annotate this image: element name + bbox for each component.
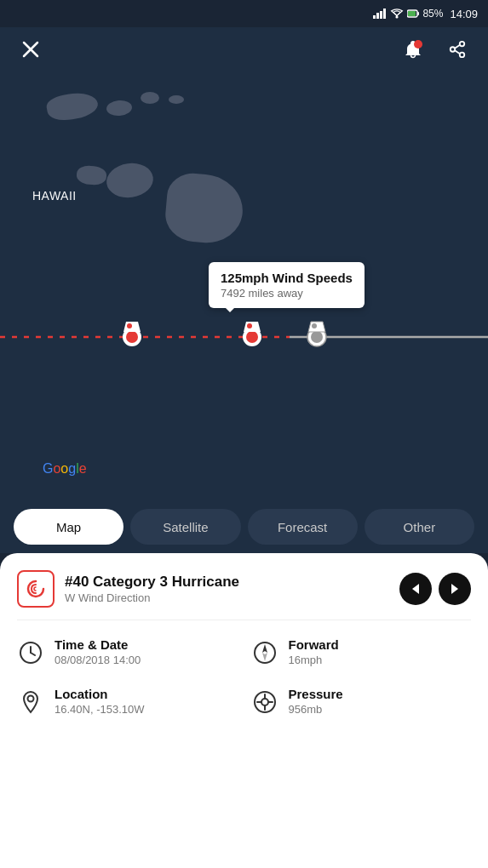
map-type-bar: Map Satellite Forecast Other (0, 509, 488, 545)
gauge-icon-container (251, 688, 278, 716)
svg-line-29 (455, 45, 460, 49)
prev-icon (411, 583, 420, 595)
clock-icon (19, 641, 43, 665)
pin-icon-container (17, 688, 44, 716)
detail-card: #40 Category 3 Hurricane W Wind Directio… (0, 553, 488, 868)
svg-point-25 (414, 40, 422, 49)
satellite-tab[interactable]: Satellite (130, 509, 240, 545)
svg-point-27 (451, 47, 456, 52)
map-area: HAWAII 125mph W (0, 0, 488, 553)
svg-point-8 (246, 331, 258, 343)
detail-grid: Time & Date 08/08/2018 14:00 Forward 16m… (17, 637, 471, 716)
prev-storm-button[interactable] (399, 573, 432, 605)
island-shape (76, 165, 107, 186)
svg-line-30 (455, 50, 460, 54)
storm-subtitle: W Wind Direction (65, 591, 239, 604)
time-date-text: Time & Date 08/08/2018 14:00 (55, 637, 141, 666)
pressure-label: Pressure (289, 687, 343, 701)
tooltip-distance: 7492 miles away (221, 287, 353, 300)
storm-icon-box (17, 570, 55, 608)
svg-point-10 (247, 323, 252, 328)
tooltip: 125mph Wind Speeds 7492 miles away (209, 262, 365, 308)
svg-point-39 (28, 696, 34, 702)
svg-marker-9 (244, 322, 261, 332)
island-shape (106, 100, 132, 117)
svg-point-3 (126, 331, 138, 343)
svg-point-14 (312, 323, 317, 328)
share-icon (448, 40, 467, 59)
pressure-item: Pressure 956mb (251, 687, 472, 716)
share-button[interactable] (442, 34, 473, 65)
tooltip-speed: 125mph Wind Speeds (221, 271, 353, 285)
close-button[interactable] (15, 34, 46, 65)
google-watermark: Google (43, 461, 87, 477)
location-label: Location (55, 687, 145, 701)
forward-item: Forward 16mph (251, 637, 472, 666)
svg-rect-16 (376, 13, 379, 19)
svg-rect-21 (418, 12, 420, 15)
svg-point-41 (261, 699, 268, 705)
hurricane-icon (25, 578, 47, 600)
island-shape (104, 160, 155, 200)
storm-title: #40 Category 3 Hurricane (65, 574, 239, 591)
forward-value: 16mph (289, 654, 339, 666)
forecast-tab[interactable]: Forecast (248, 509, 358, 545)
nav-buttons (399, 573, 471, 605)
next-icon (451, 583, 459, 595)
hawaii-label: HAWAII (32, 189, 77, 203)
status-icons: 85% 14:09 (373, 8, 478, 20)
time-display: 14:09 (450, 8, 478, 20)
svg-rect-22 (408, 11, 416, 16)
island-shape (169, 95, 184, 104)
location-value: 16.40N, -153.10W (55, 703, 145, 716)
svg-marker-13 (308, 322, 325, 332)
storm-track-svg (0, 306, 488, 374)
svg-point-19 (396, 15, 399, 18)
top-right-buttons (398, 34, 473, 65)
card-header-left: #40 Category 3 Hurricane W Wind Directio… (17, 570, 239, 608)
svg-marker-38 (262, 653, 267, 661)
time-date-value: 08/08/2018 14:00 (55, 654, 141, 666)
battery-percentage: 85% (422, 8, 443, 20)
pressure-value: 956mb (289, 703, 343, 716)
svg-marker-31 (412, 584, 419, 594)
forward-text: Forward 16mph (289, 637, 339, 666)
compass-icon (253, 641, 277, 665)
pressure-gauge-icon (253, 690, 277, 714)
location-pin-icon (20, 690, 41, 714)
signal-icon (373, 9, 387, 19)
notification-button[interactable] (398, 34, 428, 65)
svg-point-26 (460, 42, 465, 47)
pressure-text: Pressure 956mb (289, 687, 343, 716)
svg-rect-17 (380, 11, 382, 19)
svg-line-35 (31, 653, 35, 655)
forward-label: Forward (289, 637, 339, 652)
svg-point-12 (311, 331, 323, 343)
svg-rect-18 (383, 9, 386, 19)
map-tab[interactable]: Map (14, 509, 123, 545)
svg-marker-37 (262, 644, 267, 653)
time-date-label: Time & Date (55, 637, 141, 652)
island-shape (141, 92, 159, 104)
next-storm-button[interactable] (439, 573, 471, 605)
wifi-icon (390, 9, 404, 19)
location-text: Location 16.40N, -153.10W (55, 687, 145, 716)
big-island-shape (164, 171, 246, 246)
card-title-group: #40 Category 3 Hurricane W Wind Directio… (65, 574, 239, 604)
top-buttons (0, 34, 488, 65)
battery-charging-icon (407, 9, 419, 19)
card-header: #40 Category 3 Hurricane W Wind Directio… (17, 570, 471, 608)
location-item: Location 16.40N, -153.10W (17, 687, 238, 716)
status-bar: 85% 14:09 (0, 0, 488, 27)
compass-icon-container (251, 639, 278, 666)
time-date-item: Time & Date 08/08/2018 14:00 (17, 637, 238, 666)
svg-rect-15 (373, 15, 376, 19)
svg-point-6 (127, 323, 132, 328)
svg-point-28 (460, 53, 465, 57)
bell-icon (403, 39, 423, 60)
divider (17, 620, 471, 620)
svg-marker-32 (451, 584, 458, 594)
clock-icon-container (17, 639, 44, 666)
close-icon (21, 40, 40, 59)
other-tab[interactable]: Other (365, 509, 474, 545)
